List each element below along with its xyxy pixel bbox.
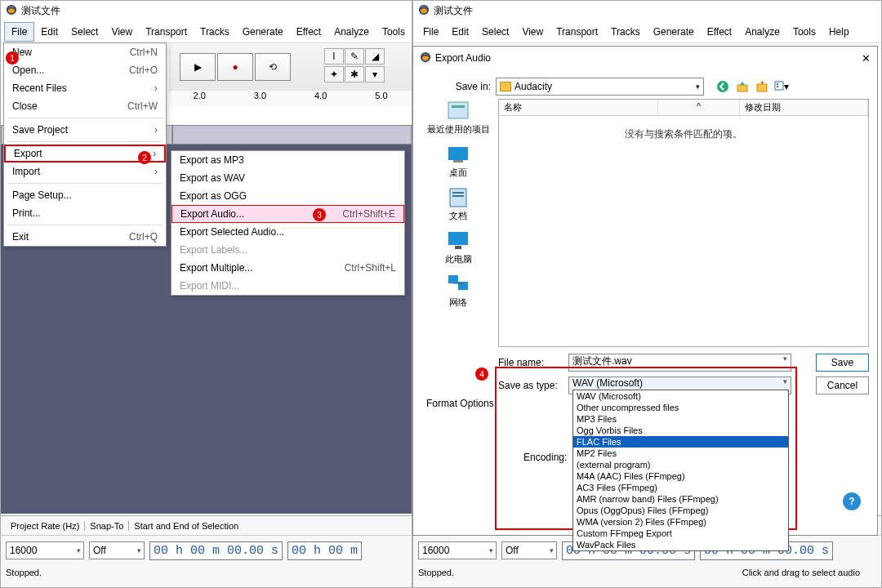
menu-select[interactable]: Select <box>475 23 515 41</box>
menu-edit[interactable]: Edit <box>34 23 65 41</box>
envelope-tool-icon[interactable]: ✎ <box>345 48 364 65</box>
type-ac3[interactable]: AC3 Files (FFmpeg) <box>573 482 788 493</box>
type-mp2[interactable]: MP2 Files <box>573 448 788 459</box>
place-desktop[interactable]: 桌面 <box>445 142 471 179</box>
view-menu-icon[interactable]: ▾ <box>774 79 789 94</box>
place-recent[interactable]: 最近使用的项目 <box>427 99 490 136</box>
type-amr[interactable]: AMR (narrow band) Files (FFmpeg) <box>573 493 788 505</box>
menu-view[interactable]: View <box>515 23 550 41</box>
file-open[interactable]: Open...Ctrl+O <box>4 61 166 79</box>
chevron-down-icon: ▾ <box>696 82 700 91</box>
export-audio[interactable]: Export Audio...Ctrl+Shift+E <box>172 205 404 223</box>
type-ogg[interactable]: Ogg Vorbis Files <box>573 425 788 436</box>
menu-analyze[interactable]: Analyze <box>327 23 376 41</box>
type-opus[interactable]: Opus (OggOpus) Files (FFmpeg) <box>573 505 788 516</box>
type-wav[interactable]: WAV (Microsoft) <box>573 390 788 402</box>
menu-tools[interactable]: Tools <box>376 23 412 41</box>
menu-analyze[interactable]: Analyze <box>738 23 786 41</box>
export-mp3[interactable]: Export as MP3 <box>172 151 404 169</box>
snapto-label: Snap-To <box>85 521 129 531</box>
menu-file[interactable]: File <box>4 22 34 42</box>
callout-4: 4 <box>475 368 488 381</box>
export-selected[interactable]: Export Selected Audio... <box>172 223 404 241</box>
cancel-button[interactable]: Cancel <box>816 376 869 394</box>
status-panel: Project Rate (Hz) Snap-To Start and End … <box>1 515 412 587</box>
selection-end-time[interactable]: 00 h 00 m <box>287 541 362 560</box>
svg-rect-17 <box>448 232 468 245</box>
close-icon[interactable]: ✕ <box>862 52 871 65</box>
export-submenu: Export as MP3 Export as WAV Export as OG… <box>171 150 405 296</box>
timeline-ruler[interactable]: 2.0 3.0 4.0 5.0 <box>169 91 412 107</box>
type-wavpack[interactable]: WavPack Files <box>573 539 788 550</box>
timeshift-tool-icon[interactable]: ✱ <box>345 66 364 82</box>
menu-generate[interactable]: Generate <box>236 23 290 41</box>
menu-transport[interactable]: Transport <box>139 23 194 41</box>
menu-tracks[interactable]: Tracks <box>604 23 647 41</box>
menu-effect[interactable]: Effect <box>290 23 327 41</box>
file-pagesetup[interactable]: Page Setup... <box>4 186 166 204</box>
export-multiple[interactable]: Export Multiple...Ctrl+Shift+L <box>172 259 404 277</box>
type-m4a[interactable]: M4A (AAC) Files (FFmpeg) <box>573 470 788 482</box>
menu-tracks[interactable]: Tracks <box>194 23 236 41</box>
snapto-combo[interactable]: Off <box>501 541 557 559</box>
menu-select[interactable]: Select <box>65 23 105 41</box>
menu-effect[interactable]: Effect <box>701 23 738 41</box>
menu-generate[interactable]: Generate <box>647 23 701 41</box>
file-new[interactable]: NewCtrl+N <box>4 43 166 61</box>
project-rate-combo[interactable]: 16000 <box>418 541 497 559</box>
svg-rect-12 <box>448 147 468 160</box>
menu-view[interactable]: View <box>105 23 139 41</box>
svg-rect-19 <box>448 275 458 283</box>
type-external[interactable]: (external program) <box>573 459 788 470</box>
place-thispc[interactable]: 此电脑 <box>445 229 472 265</box>
help-icon[interactable]: ? <box>843 492 861 510</box>
col-sort[interactable]: ^ <box>658 100 740 115</box>
savein-combo[interactable]: Audacity ▾ <box>496 78 704 96</box>
file-list[interactable]: 名称 ^ 修改日期 没有与搜索条件匹配的项。 <box>498 99 869 347</box>
type-mp3[interactable]: MP3 Files <box>573 413 788 425</box>
svg-point-0 <box>7 5 16 14</box>
file-save-project[interactable]: Save Project› <box>4 121 166 139</box>
col-name[interactable]: 名称 <box>499 100 658 115</box>
new-folder-icon[interactable]: ✦ <box>755 79 769 94</box>
menu-edit[interactable]: Edit <box>445 23 475 41</box>
col-date[interactable]: 修改日期 <box>740 100 868 115</box>
file-exit[interactable]: ExitCtrl+Q <box>4 228 166 246</box>
zoom-tool-icon[interactable]: ✦ <box>324 66 344 82</box>
menu-help[interactable]: Help <box>822 23 856 41</box>
dialog-title: Export Audio <box>435 52 491 64</box>
file-print[interactable]: Print... <box>4 204 166 222</box>
file-import[interactable]: Import› <box>4 163 166 180</box>
snapto-combo[interactable]: Off <box>89 541 145 559</box>
export-wav[interactable]: Export as WAV <box>172 169 404 187</box>
loop-button[interactable]: ⟲ <box>255 53 291 81</box>
svg-point-1 <box>420 5 429 14</box>
saveastype-dropdown: WAV (Microsoft) Other uncompressed files… <box>572 390 789 551</box>
record-button[interactable]: ● <box>217 53 253 81</box>
play-button[interactable]: ▶ <box>180 53 216 81</box>
type-flac[interactable]: FLAC Files <box>573 436 788 448</box>
menu-transport[interactable]: Transport <box>550 23 604 41</box>
selection-start-time[interactable]: 00 h 00 m 00.00 s <box>149 541 283 560</box>
up-icon[interactable] <box>735 79 750 94</box>
export-midi: Export MIDI... <box>172 277 404 295</box>
svg-rect-13 <box>453 160 463 163</box>
place-documents[interactable]: 文档 <box>445 185 471 222</box>
menu-file[interactable]: File <box>416 23 445 41</box>
file-recent[interactable]: Recent Files› <box>4 79 166 97</box>
export-ogg[interactable]: Export as OGG <box>172 187 404 205</box>
file-close[interactable]: CloseCtrl+W <box>4 97 166 115</box>
type-wma[interactable]: WMA (version 2) Files (FFmpeg) <box>573 516 788 528</box>
svg-rect-8 <box>777 83 778 85</box>
type-custom[interactable]: Custom FFmpeg Export <box>573 528 788 539</box>
save-button[interactable]: Save <box>816 354 869 372</box>
project-rate-combo[interactable]: 16000 <box>6 541 84 559</box>
track-waveform[interactable] <box>172 125 412 145</box>
back-icon[interactable] <box>715 79 730 94</box>
selection-tool-icon[interactable]: I <box>324 48 344 65</box>
menu-tools[interactable]: Tools <box>786 23 822 41</box>
place-network[interactable]: 网络 <box>445 272 471 309</box>
type-other[interactable]: Other uncompressed files <box>573 402 788 413</box>
multi-tool-icon[interactable]: ▾ <box>365 66 385 82</box>
draw-tool-icon[interactable]: ◢ <box>365 48 385 65</box>
